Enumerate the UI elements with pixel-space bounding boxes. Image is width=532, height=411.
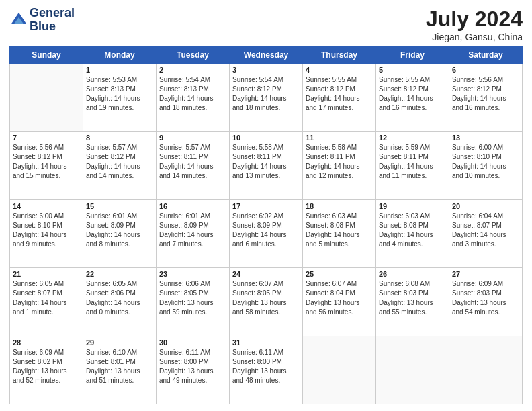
day-number: 31 bbox=[232, 338, 300, 347]
day-number: 11 bbox=[306, 134, 373, 142]
day-number: 22 bbox=[86, 270, 153, 278]
day-number: 17 bbox=[232, 202, 300, 210]
calendar-cell: 29Sunrise: 6:10 AMSunset: 8:01 PMDayligh… bbox=[83, 336, 157, 404]
day-info: Sunrise: 6:00 AMSunset: 8:10 PMDaylight:… bbox=[452, 143, 519, 181]
day-info: Sunrise: 5:56 AMSunset: 8:12 PMDaylight:… bbox=[452, 75, 519, 113]
calendar-cell: 14Sunrise: 6:00 AMSunset: 8:10 PMDayligh… bbox=[10, 199, 83, 267]
calendar-cell: 28Sunrise: 6:09 AMSunset: 8:02 PMDayligh… bbox=[10, 336, 83, 404]
day-info: Sunrise: 6:11 AMSunset: 8:00 PMDaylight:… bbox=[159, 348, 226, 385]
day-info: Sunrise: 5:58 AMSunset: 8:11 PMDaylight:… bbox=[306, 143, 373, 181]
logo: General Blue bbox=[9, 7, 75, 34]
calendar-cell: 6Sunrise: 5:56 AMSunset: 8:12 PMDaylight… bbox=[449, 64, 523, 132]
day-number: 27 bbox=[452, 270, 519, 278]
logo-text-general: General bbox=[30, 7, 75, 20]
calendar-cell: 22Sunrise: 6:05 AMSunset: 8:06 PMDayligh… bbox=[83, 268, 157, 336]
day-info: Sunrise: 6:06 AMSunset: 8:05 PMDaylight:… bbox=[159, 279, 226, 317]
calendar-cell: 26Sunrise: 6:08 AMSunset: 8:03 PMDayligh… bbox=[376, 268, 449, 336]
calendar-cell bbox=[449, 336, 523, 404]
calendar-cell: 23Sunrise: 6:06 AMSunset: 8:05 PMDayligh… bbox=[157, 268, 230, 336]
day-number: 16 bbox=[159, 202, 226, 210]
day-info: Sunrise: 6:09 AMSunset: 8:03 PMDaylight:… bbox=[452, 279, 519, 317]
main-title: July 2024 bbox=[426, 7, 523, 32]
day-number: 9 bbox=[159, 134, 226, 142]
weekday-header-saturday: Saturday bbox=[449, 47, 523, 64]
day-info: Sunrise: 6:05 AMSunset: 8:07 PMDaylight:… bbox=[13, 279, 80, 317]
title-block: July 2024 Jiegan, Gansu, China bbox=[426, 7, 523, 42]
calendar-table: SundayMondayTuesdayWednesdayThursdayFrid… bbox=[9, 46, 523, 404]
day-info: Sunrise: 5:58 AMSunset: 8:11 PMDaylight:… bbox=[232, 143, 300, 181]
header: General Blue July 2024 Jiegan, Gansu, Ch… bbox=[9, 7, 523, 42]
calendar-cell: 17Sunrise: 6:02 AMSunset: 8:09 PMDayligh… bbox=[230, 199, 303, 267]
day-number: 4 bbox=[306, 66, 373, 74]
calendar-cell bbox=[303, 336, 376, 404]
day-number: 20 bbox=[452, 202, 519, 210]
calendar-cell: 15Sunrise: 6:01 AMSunset: 8:09 PMDayligh… bbox=[83, 199, 157, 267]
day-info: Sunrise: 5:55 AMSunset: 8:12 PMDaylight:… bbox=[306, 75, 373, 113]
day-number: 26 bbox=[379, 270, 446, 278]
page: General Blue July 2024 Jiegan, Gansu, Ch… bbox=[0, 0, 532, 411]
weekday-header-wednesday: Wednesday bbox=[230, 47, 303, 64]
day-number: 28 bbox=[13, 338, 80, 347]
calendar-cell bbox=[10, 64, 83, 132]
day-info: Sunrise: 6:11 AMSunset: 8:00 PMDaylight:… bbox=[232, 348, 300, 385]
weekday-header-monday: Monday bbox=[83, 47, 157, 64]
weekday-header-sunday: Sunday bbox=[10, 47, 83, 64]
calendar-cell: 16Sunrise: 6:01 AMSunset: 8:09 PMDayligh… bbox=[157, 199, 230, 267]
day-number: 6 bbox=[452, 66, 519, 74]
day-number: 21 bbox=[13, 270, 80, 278]
calendar-cell: 24Sunrise: 6:07 AMSunset: 8:05 PMDayligh… bbox=[230, 268, 303, 336]
day-number: 18 bbox=[306, 202, 373, 210]
day-number: 2 bbox=[159, 66, 226, 74]
day-info: Sunrise: 5:55 AMSunset: 8:12 PMDaylight:… bbox=[379, 75, 446, 113]
day-info: Sunrise: 5:57 AMSunset: 8:12 PMDaylight:… bbox=[86, 143, 153, 181]
day-info: Sunrise: 6:07 AMSunset: 8:04 PMDaylight:… bbox=[306, 279, 373, 317]
day-info: Sunrise: 6:10 AMSunset: 8:01 PMDaylight:… bbox=[86, 348, 153, 385]
day-number: 23 bbox=[159, 270, 226, 278]
day-number: 5 bbox=[379, 66, 446, 74]
day-info: Sunrise: 5:59 AMSunset: 8:11 PMDaylight:… bbox=[379, 143, 446, 181]
day-info: Sunrise: 6:03 AMSunset: 8:08 PMDaylight:… bbox=[379, 212, 446, 249]
day-info: Sunrise: 6:09 AMSunset: 8:02 PMDaylight:… bbox=[13, 348, 80, 385]
calendar-cell: 9Sunrise: 5:57 AMSunset: 8:11 PMDaylight… bbox=[157, 132, 230, 199]
day-info: Sunrise: 6:01 AMSunset: 8:09 PMDaylight:… bbox=[86, 212, 153, 249]
day-info: Sunrise: 6:03 AMSunset: 8:08 PMDaylight:… bbox=[306, 212, 373, 249]
weekday-header-friday: Friday bbox=[376, 47, 449, 64]
day-info: Sunrise: 6:08 AMSunset: 8:03 PMDaylight:… bbox=[379, 279, 446, 317]
day-info: Sunrise: 5:53 AMSunset: 8:13 PMDaylight:… bbox=[86, 75, 153, 113]
weekday-header-thursday: Thursday bbox=[303, 47, 376, 64]
calendar-cell: 27Sunrise: 6:09 AMSunset: 8:03 PMDayligh… bbox=[449, 268, 523, 336]
calendar-cell: 13Sunrise: 6:00 AMSunset: 8:10 PMDayligh… bbox=[449, 132, 523, 199]
calendar-cell: 20Sunrise: 6:04 AMSunset: 8:07 PMDayligh… bbox=[449, 199, 523, 267]
calendar-cell: 12Sunrise: 5:59 AMSunset: 8:11 PMDayligh… bbox=[376, 132, 449, 199]
day-info: Sunrise: 5:54 AMSunset: 8:12 PMDaylight:… bbox=[232, 75, 300, 113]
day-number: 13 bbox=[452, 134, 519, 142]
calendar-cell: 31Sunrise: 6:11 AMSunset: 8:00 PMDayligh… bbox=[230, 336, 303, 404]
day-number: 14 bbox=[13, 202, 80, 210]
calendar-cell: 4Sunrise: 5:55 AMSunset: 8:12 PMDaylight… bbox=[303, 64, 376, 132]
logo-text-blue: Blue bbox=[30, 20, 75, 34]
day-number: 10 bbox=[232, 134, 300, 142]
day-info: Sunrise: 5:54 AMSunset: 8:13 PMDaylight:… bbox=[159, 75, 226, 113]
day-number: 24 bbox=[232, 270, 300, 278]
logo-icon bbox=[9, 11, 28, 30]
calendar-cell: 8Sunrise: 5:57 AMSunset: 8:12 PMDaylight… bbox=[83, 132, 157, 199]
calendar-cell: 11Sunrise: 5:58 AMSunset: 8:11 PMDayligh… bbox=[303, 132, 376, 199]
day-number: 30 bbox=[159, 338, 226, 347]
subtitle: Jiegan, Gansu, China bbox=[426, 32, 523, 42]
day-number: 3 bbox=[232, 66, 300, 74]
day-number: 8 bbox=[86, 134, 153, 142]
calendar-cell: 19Sunrise: 6:03 AMSunset: 8:08 PMDayligh… bbox=[376, 199, 449, 267]
day-number: 19 bbox=[379, 202, 446, 210]
calendar-cell bbox=[376, 336, 449, 404]
calendar-cell: 7Sunrise: 5:56 AMSunset: 8:12 PMDaylight… bbox=[10, 132, 83, 199]
calendar-cell: 30Sunrise: 6:11 AMSunset: 8:00 PMDayligh… bbox=[157, 336, 230, 404]
day-info: Sunrise: 5:56 AMSunset: 8:12 PMDaylight:… bbox=[13, 143, 80, 181]
calendar-cell: 3Sunrise: 5:54 AMSunset: 8:12 PMDaylight… bbox=[230, 64, 303, 132]
calendar-cell: 21Sunrise: 6:05 AMSunset: 8:07 PMDayligh… bbox=[10, 268, 83, 336]
calendar-cell: 1Sunrise: 5:53 AMSunset: 8:13 PMDaylight… bbox=[83, 64, 157, 132]
day-number: 25 bbox=[306, 270, 373, 278]
weekday-header-tuesday: Tuesday bbox=[157, 47, 230, 64]
day-number: 29 bbox=[86, 338, 153, 347]
calendar-cell: 10Sunrise: 5:58 AMSunset: 8:11 PMDayligh… bbox=[230, 132, 303, 199]
day-info: Sunrise: 6:07 AMSunset: 8:05 PMDaylight:… bbox=[232, 279, 300, 317]
